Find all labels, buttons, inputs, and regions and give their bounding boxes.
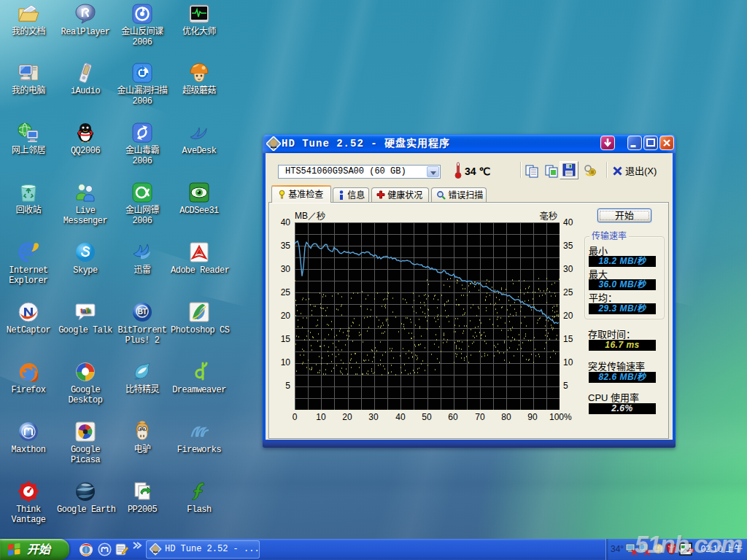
svg-text:BT: BT xyxy=(138,308,147,316)
svg-text:talk: talk xyxy=(80,307,91,314)
